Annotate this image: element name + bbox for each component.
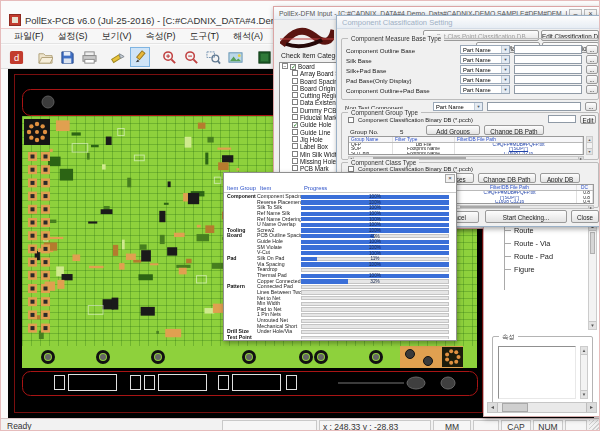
checkbox-unchecked[interactable] (292, 85, 298, 91)
menu-item-5[interactable]: 해석(A) (226, 29, 270, 44)
capture-image-icon[interactable] (225, 47, 245, 67)
status-ready: Ready (3, 420, 220, 431)
checkbox-unchecked[interactable] (292, 143, 298, 149)
resize-grip[interactable] (589, 420, 599, 431)
measure-row-browse-button-4[interactable]: ... (586, 85, 598, 94)
category-scrollbar[interactable]: ▲ ▼ (588, 222, 597, 330)
scrollbar-thumb[interactable] (590, 232, 595, 254)
checkbox-unchecked[interactable] (292, 165, 298, 171)
measure-row-combo-3[interactable]: Part Name▼ (460, 75, 510, 84)
scroll-left-icon[interactable]: ◄ (488, 403, 498, 412)
classification-title: Component Classification Setting (342, 18, 597, 27)
cutter-tool-icon[interactable] (108, 47, 128, 67)
checkbox-unchecked[interactable] (292, 92, 298, 98)
scroll-down-icon[interactable]: ▼ (589, 321, 596, 329)
measure-base-title: Component Measure Base Type (348, 35, 444, 42)
measure-row-browse-button-0[interactable]: ... (586, 45, 598, 54)
group-binary-db-label: Component Classification Binary DB (*.pc… (358, 117, 473, 123)
checkbox-unchecked[interactable] (292, 99, 298, 105)
group-binary-db-checkbox[interactable] (348, 117, 354, 123)
measure-row-browse-button-1[interactable]: ... (586, 55, 598, 64)
non-test-combo[interactable]: Part Name ▼ (433, 102, 483, 111)
measure-row-browse-button-3[interactable]: ... (586, 75, 598, 84)
non-test-field[interactable] (487, 102, 581, 111)
scroll-up-icon[interactable]: ▲ (581, 347, 587, 355)
menu-item-4[interactable]: 도구(T) (183, 29, 227, 44)
measure-row-browse-button-2[interactable]: ... (586, 65, 598, 74)
chevron-down-icon: ▼ (501, 46, 509, 53)
chevron-down-icon: ▼ (501, 76, 509, 83)
progress-bar: 100% (301, 262, 449, 266)
measure-row-label-3: Pad Base(Only Display) (346, 77, 412, 84)
zoom-out-icon[interactable] (181, 47, 201, 67)
checkbox-checked[interactable]: ✓ (290, 64, 296, 70)
start-checking-button[interactable]: Start Checking... (485, 210, 567, 223)
group-table[interactable]: Group Name Filter Type Filter/DB File Pa… (348, 136, 584, 155)
menu-item-1[interactable]: 설정(S) (51, 29, 95, 44)
toolbar-separator (246, 45, 253, 65)
scroll-down-icon[interactable]: ▼ (581, 390, 587, 398)
group-binary-db-field[interactable] (548, 115, 576, 123)
apply-db-button[interactable]: Apply DB (540, 173, 580, 183)
category-item-figure[interactable]: Figure (484, 263, 600, 276)
properties-label: 속성 (499, 333, 518, 342)
close-dialog-button[interactable]: Close (571, 210, 599, 223)
progress-bar: 100% (301, 251, 449, 255)
group-table-row-2[interactable]: SO,ChipFootprint NameC1608 C3216 (349, 152, 583, 155)
group-edit-button[interactable]: Edit (580, 115, 596, 124)
scrollbar-thumb[interactable] (502, 403, 528, 412)
checkbox-unchecked[interactable] (292, 70, 298, 76)
save-icon[interactable] (57, 47, 77, 67)
layer-view-icon[interactable] (254, 47, 274, 67)
checkbox-unchecked[interactable] (292, 151, 298, 157)
zoom-window-icon[interactable] (203, 47, 223, 67)
checkbox-checked[interactable]: ✓ (292, 122, 298, 128)
class-table-row-2[interactable]: C1608 C32160.4 (443, 200, 593, 204)
checkbox-unchecked[interactable] (292, 158, 298, 164)
menu-item-0[interactable]: 파일(F) (7, 29, 51, 44)
measure-row-combo-0[interactable]: Part Name▼ (460, 45, 510, 54)
measure-row-field-4[interactable] (514, 85, 582, 94)
open-file-icon[interactable] (35, 47, 55, 67)
print-icon[interactable] (79, 47, 99, 67)
checkbox-unchecked[interactable] (292, 114, 298, 120)
scroll-right-icon[interactable]: ► (586, 403, 596, 412)
close-icon[interactable]: × (445, 174, 455, 183)
measure-row-combo-2[interactable]: Part Name▼ (460, 65, 510, 74)
properties-scrollbar[interactable]: ▲ ▼ (580, 346, 588, 399)
measure-row-field-3[interactable] (514, 75, 582, 84)
properties-list[interactable] (498, 346, 576, 399)
measure-row-combo-4[interactable]: Part Name▼ (460, 85, 510, 94)
svg-text:d: d (13, 53, 18, 63)
checkbox-unchecked[interactable] (292, 78, 298, 84)
zoom-in-icon[interactable] (159, 47, 179, 67)
category-item-route-pad[interactable]: Route - Pad (484, 250, 600, 263)
group-no-value: 5 (400, 128, 403, 135)
menu-item-2[interactable]: 보기(V) (95, 29, 139, 44)
add-groups-button[interactable]: Add Groups (426, 125, 480, 135)
measure-row-combo-1[interactable]: Part Name▼ (460, 55, 510, 64)
tree-expand-icon[interactable]: − (282, 63, 288, 69)
measure-row-field-0[interactable] (514, 45, 582, 54)
class-table-hscrollbar[interactable]: ◄► (442, 205, 594, 209)
non-test-browse-button[interactable]: ... (585, 102, 597, 111)
checkbox-unchecked[interactable] (292, 129, 298, 135)
progress-header: Item Group Item Progress (224, 184, 456, 193)
app-logo-icon[interactable]: d (6, 47, 26, 67)
category-item-route-via[interactable]: Route - Via (484, 237, 600, 250)
menu-item-3[interactable]: 속성(P) (139, 29, 183, 44)
app-icon (9, 14, 21, 26)
panel-hscrollbar[interactable]: ◄ ► (487, 402, 597, 413)
edit-tool-icon[interactable] (130, 47, 150, 67)
class-change-db-path-button[interactable]: Change DB Path (478, 173, 536, 183)
category-tree[interactable]: RouteRoute - ViaRoute - PadFigure (484, 224, 600, 276)
measure-row-field-2[interactable] (514, 65, 582, 74)
measure-row-field-1[interactable] (514, 55, 582, 64)
checkbox-unchecked[interactable] (292, 107, 298, 113)
group-change-db-path-button[interactable]: Change DB Path (484, 125, 544, 135)
checkbox-unchecked[interactable] (292, 136, 298, 142)
status-caps-indicator: CAP (501, 420, 531, 431)
class-table[interactable]: Filter/DB File Path DC C:#QFP#MDB#PQFP.t… (442, 184, 594, 204)
group-table-scrollbar[interactable]: ▲ ▼ (586, 136, 593, 155)
status-num-indicator: NUM (533, 420, 563, 431)
